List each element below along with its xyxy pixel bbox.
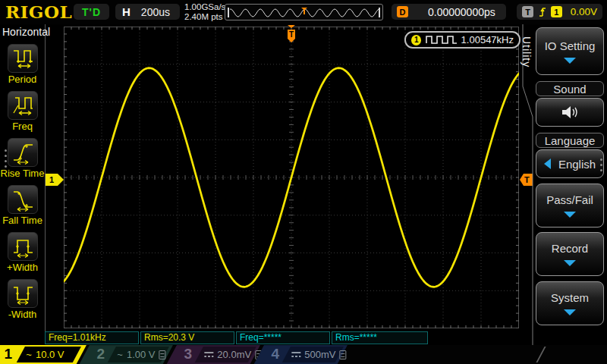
- chevron-down-icon: [564, 58, 576, 64]
- menu-item-fall-time[interactable]: Fall Time: [0, 185, 45, 226]
- channel-4-tab[interactable]: 4 500mV: [254, 345, 348, 364]
- rigol-logo: RIGOL: [5, 2, 72, 22]
- right-separator: [521, 24, 535, 345]
- memory-depth: 2.40M pts: [184, 12, 225, 22]
- channel-scale-box: ~1.00 V: [108, 347, 169, 362]
- preview-trigger-marker[interactable]: [301, 5, 307, 18]
- language-value: English: [558, 158, 596, 171]
- bw-limit-icon: [340, 350, 347, 359]
- language-label: Language: [536, 133, 604, 148]
- svg-text:T: T: [289, 30, 294, 39]
- menu-item-freq[interactable]: Freq: [0, 91, 45, 132]
- sample-rate: 1.00GSa/s: [184, 2, 225, 12]
- channel-number: 1: [5, 345, 13, 363]
- channel-number: 4: [272, 345, 280, 363]
- right-page-dots: [600, 158, 602, 171]
- language-button[interactable]: English: [536, 149, 604, 178]
- measurement-freq-2: Freq=*****: [236, 331, 330, 344]
- channel-status-bar: 1 ~10.0 V 2 ~1.00 V 3 20.0mV 4 500mV: [0, 345, 607, 364]
- menu-item-plus-width[interactable]: +Width: [0, 232, 45, 273]
- record-label: Record: [552, 242, 588, 255]
- bw-limit-icon: [159, 350, 166, 359]
- chevron-down-icon: [564, 309, 576, 315]
- ac-coupling-icon: ~: [117, 349, 123, 360]
- trigger-status-badge: T'D: [74, 4, 109, 20]
- menu-item-label: Fall Time: [0, 215, 45, 226]
- rise-time-icon: [8, 138, 38, 167]
- menu-item-label: Freq: [0, 121, 45, 132]
- counter-frequency-value: 1.00547kHz: [461, 34, 514, 46]
- menu-item-label: +Width: [0, 262, 45, 273]
- channel-scale-box: 500mV: [282, 347, 344, 362]
- chevron-left-icon: [544, 158, 551, 169]
- fall-time-icon: [8, 185, 38, 214]
- square-wave-icon: [426, 35, 456, 45]
- trigger-info-box: T 1 0.00V: [517, 4, 602, 20]
- left-page-dots: [5, 149, 7, 168]
- left-soft-menu: Horizontal Period Freq: [0, 24, 46, 344]
- channel-2-tab[interactable]: 2 ~1.00 V: [80, 345, 173, 364]
- measurement-freq-ch1: Freq=1.01kHz: [45, 331, 139, 344]
- trigger-level-value: 0.00V: [571, 6, 597, 17]
- record-button[interactable]: Record: [536, 232, 604, 276]
- io-setting-label: IO Setting: [545, 39, 596, 52]
- rising-edge-icon: [539, 6, 546, 18]
- chevron-down-icon: [564, 212, 576, 218]
- plus-width-icon: [8, 232, 38, 261]
- menu-item-label: Period: [0, 74, 45, 85]
- freq-icon: [8, 91, 38, 120]
- trigger-status-text: T'D: [82, 6, 101, 18]
- trigger-position-marker[interactable]: T: [286, 25, 297, 48]
- menu-item-minus-width[interactable]: -Width: [0, 279, 45, 320]
- horizontal-label: H: [122, 5, 131, 18]
- channel-scale: 20.0mV: [217, 349, 251, 360]
- channel-number: 3: [184, 345, 193, 363]
- sound-button[interactable]: [536, 98, 604, 127]
- system-button[interactable]: System: [536, 281, 604, 325]
- channel-scale: 500mV: [304, 349, 335, 360]
- period-icon: [8, 44, 38, 73]
- channel-scale: 1.00 V: [127, 349, 156, 360]
- channel-1-tab[interactable]: 1 ~10.0 V: [0, 345, 86, 364]
- left-menu-title: Horizontal: [2, 26, 50, 38]
- ac-coupling-icon: ~: [26, 349, 32, 360]
- menu-item-label: -Width: [0, 309, 45, 320]
- divider: [536, 347, 546, 362]
- counter-channel-badge: 1: [411, 35, 421, 46]
- channel-3-tab[interactable]: 3 20.0mV: [167, 345, 260, 364]
- horizontal-timebase-box[interactable]: H 200us: [115, 4, 180, 20]
- graticule: [64, 27, 519, 328]
- delay-box: D 0.00000000ps: [392, 4, 506, 20]
- frequency-counter-badge: 1 1.00547kHz: [404, 31, 521, 49]
- oscilloscope-screen: RIGOL T'D H 200us 1.00GSa/s 2.40M pts D …: [0, 0, 607, 364]
- measurement-rms-ch1: Rms=20.3 V: [140, 331, 234, 344]
- dc-coupling-icon: [291, 351, 300, 358]
- waveform-preview-bar[interactable]: [225, 4, 383, 20]
- acquisition-info: 1.00GSa/s 2.40M pts: [184, 2, 225, 22]
- delay-value: 0.00000000ps: [428, 6, 495, 18]
- ch1-level-marker[interactable]: 1: [46, 174, 64, 186]
- trigger-icon: T: [522, 6, 533, 17]
- channel-scale: 10.0 V: [36, 349, 64, 360]
- system-label: System: [551, 291, 589, 304]
- delay-icon: D: [397, 6, 408, 17]
- chevron-down-icon: [564, 260, 576, 266]
- channel-scale-box: 20.0mV: [195, 347, 256, 362]
- menu-item-period[interactable]: Period: [0, 44, 45, 85]
- channel-number: 2: [97, 345, 105, 363]
- waveform-plot: [64, 27, 519, 328]
- timebase-value: 200us: [141, 6, 170, 18]
- speaker-icon: [561, 105, 579, 119]
- dc-coupling-icon: [204, 351, 213, 358]
- io-setting-button[interactable]: IO Setting: [536, 27, 604, 75]
- utility-tab-label: Utility: [521, 36, 533, 67]
- minus-width-icon: [8, 279, 38, 308]
- measurement-rms-2: Rms=*****: [332, 331, 428, 344]
- menu-item-label: Rise Time: [0, 168, 45, 179]
- pass-fail-label: Pass/Fail: [546, 193, 593, 206]
- channel-scale-box: ~10.0 V: [17, 347, 81, 362]
- top-status-bar: RIGOL T'D H 200us 1.00GSa/s 2.40M pts D …: [0, 0, 607, 24]
- trigger-source-badge: 1: [551, 6, 562, 17]
- pass-fail-button[interactable]: Pass/Fail: [536, 184, 604, 228]
- sound-label: Sound: [536, 81, 604, 96]
